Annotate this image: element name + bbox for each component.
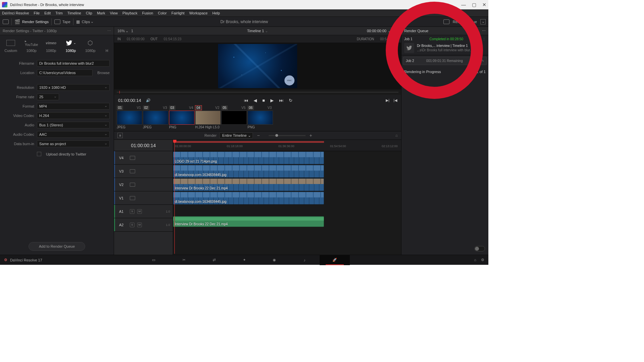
play-button[interactable]: ▶ <box>270 98 274 103</box>
preset-twitter[interactable]: ⌄ 1080p <box>65 39 76 53</box>
page-media[interactable]: ▭ <box>139 255 169 265</box>
mute-button[interactable]: M <box>137 223 142 227</box>
audio-codec-select[interactable]: AAC <box>37 131 110 138</box>
step-back-button[interactable]: ◀ <box>254 98 257 103</box>
menu-item[interactable]: Timeline <box>67 11 81 15</box>
tape-button[interactable]: Tape <box>62 20 70 24</box>
go-end-button[interactable]: ⏭ <box>279 98 283 103</box>
timecode-right[interactable]: 00:00:00:00 <box>367 29 386 33</box>
close-button[interactable]: ✕ <box>482 2 486 7</box>
chevron-down-icon[interactable]: ⌄ <box>91 19 94 24</box>
settings-icon[interactable]: ⚙ <box>481 258 484 262</box>
timeline-view-icon[interactable]: ≡ <box>117 133 123 138</box>
menu-item[interactable]: Trim <box>55 11 63 15</box>
menu-item[interactable]: Clip <box>86 11 92 15</box>
prev-clip-button[interactable]: |◀ <box>393 98 397 103</box>
location-input[interactable] <box>37 69 93 76</box>
preset-custom[interactable]: Custom <box>4 39 17 53</box>
upload-checkbox[interactable] <box>37 152 41 156</box>
clip-thumbnails: 01V1 02V3 03V4 04V2 05V5 06V3 JPEG JPEG … <box>114 106 401 131</box>
menu-item[interactable]: Fairlight <box>171 11 184 15</box>
filename-input[interactable] <box>37 60 110 67</box>
zoom-out-button[interactable]: − <box>256 133 261 138</box>
zoom-slider[interactable] <box>269 135 306 136</box>
page-deliver[interactable]: 🚀 <box>320 255 350 265</box>
solo-button[interactable]: S <box>130 223 135 227</box>
options-icon[interactable]: ⋯ <box>394 29 398 33</box>
next-clip-button[interactable]: ▶| <box>386 98 389 103</box>
resolution-select[interactable]: 644 x 362 HD <box>37 84 110 91</box>
options-icon[interactable]: ⋯ <box>482 29 486 33</box>
capture-icon[interactable] <box>443 19 449 24</box>
zoom-in-button[interactable]: + <box>308 133 314 138</box>
burnin-select[interactable]: Same as project <box>37 140 110 147</box>
thumb[interactable]: H.264 High L5.0 <box>195 111 221 129</box>
browse-button[interactable]: Browse <box>97 71 110 75</box>
menu-item[interactable]: View <box>110 11 118 15</box>
home-icon[interactable]: ⌂ <box>474 258 476 262</box>
format-select[interactable]: MP4 <box>37 103 110 110</box>
menu-item[interactable]: Color <box>158 11 167 15</box>
audio-icon[interactable]: 🔊 <box>146 98 151 103</box>
timeline-tracks[interactable]: 01:00:00:00 01:18:18:00 01:36:36:00 01:5… <box>173 140 401 255</box>
page-fusion[interactable]: ✦ <box>229 255 259 265</box>
render-queue-label[interactable]: Render Queue <box>453 20 477 24</box>
page-cut[interactable]: ✂ <box>169 255 199 265</box>
menu-item[interactable]: Edit <box>44 11 51 15</box>
preview-viewer[interactable]: KRAC <box>114 43 401 89</box>
render-job[interactable]: Job 1 Completed in 00:28:50 ⋮ Dr Brooks,… <box>401 35 488 55</box>
solo-button[interactable]: S <box>130 209 135 214</box>
preset-vimeo[interactable]: vimeo 1080p <box>46 39 56 53</box>
preset-more[interactable]: H <box>105 39 109 53</box>
render-settings-icon[interactable]: 🎬 <box>14 19 20 24</box>
expand-icon[interactable]: ⌄ <box>480 19 486 24</box>
monitor-icon[interactable] <box>3 19 9 24</box>
toggle-switch[interactable] <box>474 246 485 251</box>
track-toggle[interactable] <box>130 169 135 173</box>
tape-icon[interactable] <box>54 19 60 24</box>
page-fairlight[interactable]: ♪ <box>289 255 320 265</box>
maximize-button[interactable]: ▢ <box>472 2 476 7</box>
add-to-queue-button[interactable]: Add to Render Queue <box>29 242 85 251</box>
thumb[interactable]: JPEG <box>143 111 168 129</box>
track-toggle[interactable] <box>130 183 135 187</box>
page-color[interactable]: ◉ <box>259 255 289 265</box>
render-settings-button[interactable]: Render Settings <box>22 20 49 24</box>
menu-item[interactable]: Playback <box>122 11 138 15</box>
render-range-select[interactable]: Entire Timeline <box>219 132 253 138</box>
render-job[interactable]: Job 2 001:09:01:31 Remaining 👁 ✎ <box>403 57 487 65</box>
video-codec-select[interactable]: H.264 <box>37 112 110 119</box>
edit-icon[interactable]: 👁 ✎ <box>477 59 484 63</box>
page-edit[interactable]: ⇄ <box>199 255 229 265</box>
clips-button[interactable]: Clips <box>82 20 90 24</box>
menu-item[interactable]: Mark <box>97 11 105 15</box>
preset-dropbox[interactable]: ⬡ 1080p <box>85 39 96 53</box>
minimize-button[interactable]: — <box>461 2 466 7</box>
music-icon[interactable]: ♫ <box>395 133 398 137</box>
options-icon[interactable]: ⋯ <box>107 29 111 33</box>
menu-item[interactable]: Help <box>212 11 220 15</box>
scrubber[interactable] <box>117 90 398 94</box>
go-start-button[interactable]: ⏮ <box>244 98 248 103</box>
menu-item[interactable]: File <box>34 11 40 15</box>
stop-button[interactable]: ■ <box>262 98 265 103</box>
chevron-down-icon[interactable]: ⌄ <box>125 29 128 33</box>
menu-item[interactable]: Fusion <box>142 11 153 15</box>
framerate-select[interactable]: 25 <box>37 94 59 100</box>
clips-icon[interactable]: ▦ <box>76 19 80 24</box>
timeline-name[interactable]: Timeline 1 ⌄ <box>247 29 268 33</box>
preset-youtube[interactable]: ▸ YouTube 1080p <box>26 39 37 53</box>
thumb[interactable]: JPEG <box>117 111 142 129</box>
mute-button[interactable]: M <box>137 209 142 214</box>
track-toggle[interactable] <box>130 196 135 200</box>
thumb[interactable] <box>221 111 247 129</box>
menu-item[interactable]: Workspace <box>189 11 208 15</box>
thumb[interactable]: PNG <box>169 111 195 129</box>
loop-button[interactable]: ↻ <box>289 98 292 103</box>
audio-select[interactable]: Bus 1 (Stereo) <box>37 122 110 128</box>
zoom-level[interactable]: 16% <box>117 29 125 33</box>
thumb[interactable]: PNG <box>248 111 273 129</box>
chevron-down-icon[interactable]: ⌄ <box>388 29 391 33</box>
menu-item[interactable]: DaVinci Resolve <box>2 11 29 15</box>
track-toggle[interactable] <box>130 156 135 160</box>
